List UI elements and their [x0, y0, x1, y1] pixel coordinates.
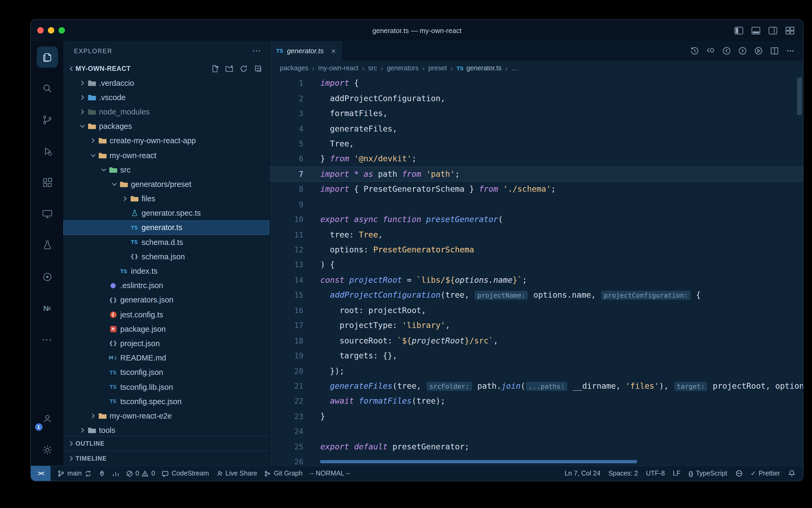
tree-item[interactable]: M↓README.md — [63, 351, 269, 365]
indentation-status[interactable]: Spaces: 2 — [609, 470, 638, 477]
new-folder-icon[interactable] — [225, 64, 234, 73]
code-text[interactable]: sourceRoot: `${projectRoot}/src`, — [303, 336, 498, 345]
run-file-icon[interactable] — [754, 46, 763, 55]
formatter-status[interactable]: ✓ Prettier — [751, 470, 780, 477]
vertical-scrollbar[interactable] — [797, 78, 802, 115]
code-text[interactable]: import * as path from 'path'; — [303, 169, 460, 179]
code-text[interactable]: addProjectConfiguration, — [303, 93, 445, 103]
code-text[interactable]: Tree, — [303, 139, 354, 149]
activity-accounts[interactable]: 1 — [31, 403, 63, 434]
code-text[interactable]: formatFiles, — [303, 109, 388, 118]
code-text[interactable]: root: projectRoot, — [303, 306, 426, 315]
tree-item[interactable]: create-my-own-react-app — [63, 134, 269, 148]
tree-item[interactable]: TStsconfig.json — [63, 365, 269, 380]
line-number[interactable]: 2 — [270, 94, 303, 102]
previous-change-icon[interactable] — [722, 46, 731, 55]
code-text[interactable]: projectType: 'library', — [303, 321, 450, 330]
zoom-window-button[interactable] — [58, 27, 65, 34]
horizontal-scrollbar[interactable] — [320, 460, 637, 463]
live-share-status[interactable]: Live Share — [216, 470, 257, 477]
tree-item[interactable]: packages — [63, 119, 269, 133]
line-number[interactable]: 22 — [270, 397, 303, 406]
customize-layout-icon[interactable] — [785, 26, 795, 34]
notifications-status[interactable] — [788, 470, 796, 477]
language-status[interactable]: {} TypeScript — [688, 470, 727, 477]
breadcrumb-more[interactable]: … — [511, 65, 518, 72]
tree-item[interactable]: npackage.json — [63, 322, 269, 336]
activity-explorer[interactable] — [31, 41, 63, 73]
tree-item[interactable]: {}project.json — [63, 336, 269, 351]
tree-item[interactable]: node_modules — [63, 104, 269, 119]
tree-item[interactable]: generators/preset — [63, 177, 269, 192]
code-text[interactable]: import { — [303, 78, 359, 88]
line-number[interactable]: 20 — [270, 367, 303, 375]
tree-item[interactable]: .vscode — [63, 90, 269, 104]
tree-item[interactable]: tools — [63, 423, 269, 435]
line-number[interactable]: 13 — [270, 261, 303, 269]
line-number[interactable]: 6 — [270, 155, 303, 163]
line-number[interactable]: 18 — [270, 336, 303, 345]
code-text[interactable]: } — [303, 412, 325, 421]
tree-item[interactable]: .verdaccio — [63, 76, 269, 90]
tree-item[interactable]: {}schema.json — [63, 250, 269, 264]
refresh-icon[interactable] — [239, 64, 248, 73]
toggle-panel-icon[interactable] — [751, 26, 760, 34]
line-number[interactable]: 8 — [270, 185, 303, 194]
more-actions-icon[interactable] — [786, 46, 795, 55]
line-number[interactable]: 25 — [270, 442, 303, 451]
activity-codestream[interactable] — [31, 261, 63, 292]
code-text[interactable]: const projectRoot = `libs/${options.name… — [303, 275, 527, 285]
code-text[interactable]: ) { — [303, 260, 335, 270]
toggle-primary-sidebar-icon[interactable] — [734, 26, 744, 34]
code-text[interactable]: await formatFiles(tree); — [303, 396, 445, 406]
code-text[interactable]: export async function presetGenerator( — [303, 215, 503, 224]
code-editor[interactable]: 1import {2 addProjectConfiguration,3 for… — [270, 76, 803, 465]
code-text[interactable]: }); — [303, 366, 344, 376]
activity-remote-explorer[interactable] — [31, 198, 63, 229]
code-text[interactable]: export default presetGenerator; — [303, 442, 469, 451]
pipeline-status[interactable] — [112, 470, 119, 477]
collapse-all-icon[interactable] — [254, 64, 262, 73]
breadcrumb-file[interactable]: TS generator.ts — [457, 65, 501, 72]
line-number[interactable]: 5 — [270, 139, 303, 148]
eol-status[interactable]: LF — [673, 470, 680, 477]
tree-item[interactable]: TSgenerator.ts — [63, 220, 269, 235]
code-text[interactable]: addProjectConfiguration(tree, projectNam… — [303, 291, 701, 300]
close-tab-icon[interactable]: × — [331, 47, 336, 55]
tree-item[interactable]: TSschema.d.ts — [63, 235, 269, 249]
code-text[interactable]: targets: {}, — [303, 351, 397, 361]
tree-item[interactable]: TStsconfig.spec.json — [63, 394, 269, 409]
copilot-status[interactable] — [735, 470, 743, 477]
line-number[interactable]: 21 — [270, 382, 303, 390]
line-number[interactable]: 9 — [270, 200, 303, 208]
code-text[interactable]: } from '@nx/devkit'; — [303, 154, 416, 164]
line-number[interactable]: 23 — [270, 412, 303, 421]
timeline-section[interactable]: TIMELINE — [63, 451, 269, 465]
tree-item[interactable]: Jjest.config.ts — [63, 307, 269, 322]
line-number[interactable]: 15 — [270, 291, 303, 300]
line-number[interactable]: 11 — [270, 230, 303, 239]
line-number[interactable]: 24 — [270, 427, 303, 436]
line-number[interactable]: 7 — [270, 170, 303, 178]
line-number[interactable]: 19 — [270, 351, 303, 360]
line-number[interactable]: 12 — [270, 246, 303, 254]
open-changes-icon[interactable] — [706, 46, 715, 55]
line-number[interactable]: 4 — [270, 124, 303, 133]
tree-item[interactable]: my-own-react — [63, 148, 269, 162]
codestream-status[interactable]: CodeStream — [162, 470, 209, 477]
branch-status[interactable]: main — [58, 470, 91, 477]
next-change-icon[interactable] — [738, 46, 747, 55]
line-number[interactable]: 14 — [270, 276, 303, 284]
history-icon[interactable] — [690, 46, 699, 55]
activity-nx-console[interactable]: N≥ — [31, 292, 63, 324]
breadcrumb-item[interactable]: packages — [280, 65, 308, 72]
line-number[interactable]: 1 — [270, 79, 303, 87]
activity-settings[interactable] — [31, 434, 63, 465]
tab-generator-ts[interactable]: TS generator.ts × — [270, 41, 343, 61]
tree-item[interactable]: .eslintrc.json — [63, 278, 269, 293]
code-text[interactable]: import { PresetGeneratorSchema } from '.… — [303, 184, 556, 194]
activity-more[interactable]: ⋯ — [31, 324, 63, 355]
tree-item[interactable]: my-own-react-e2e — [63, 409, 269, 423]
new-file-icon[interactable] — [211, 64, 219, 73]
breadcrumb-item[interactable]: src — [368, 65, 377, 72]
